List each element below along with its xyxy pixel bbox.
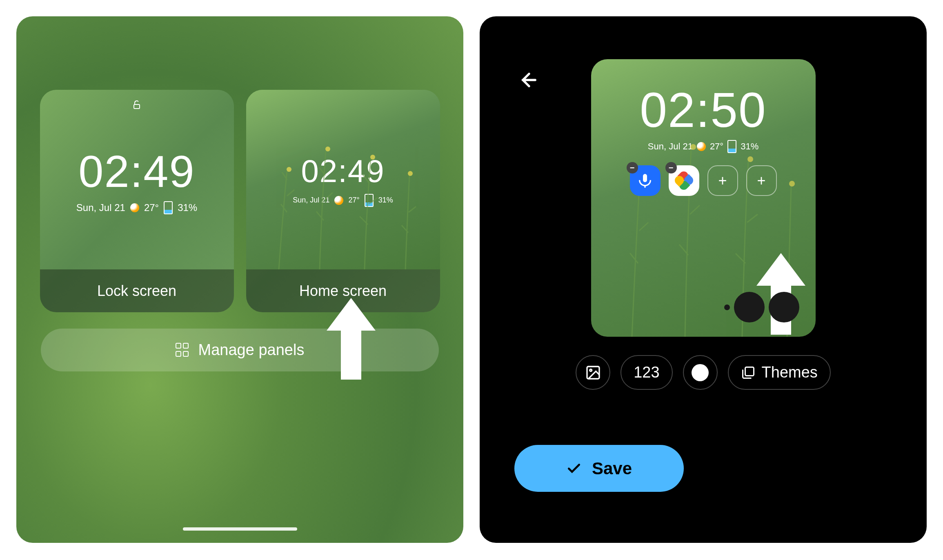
app-shortcut-recorder[interactable]: − [630,165,661,196]
lock-screen-preview: 02:49 Sun, Jul 21 27° 31% [40,90,234,269]
svg-point-1 [287,167,291,172]
svg-rect-11 [745,367,754,376]
svg-point-2 [325,147,330,151]
screen-cards-row: 02:49 Sun, Jul 21 27° 31% Lock screen [40,90,440,312]
weather-icon [334,196,343,205]
svg-point-6 [690,144,696,150]
weather-icon [130,203,139,212]
themes-label: Themes [762,364,818,381]
add-shortcut-slot[interactable]: + [707,165,738,196]
home-screen-editor-preview: 02:50 Sun, Jul 21 27° 31% − − + [591,59,816,337]
color-swatch-icon [692,364,709,381]
svg-point-10 [589,369,592,371]
manage-panels-label: Manage panels [198,341,305,359]
lock-battery: 31% [178,202,197,213]
color-button[interactable] [683,355,718,390]
customize-screen: 02:50 Sun, Jul 21 27° 31% − − + [480,16,927,543]
remove-icon[interactable]: − [627,162,638,173]
page-indicator[interactable] [724,292,799,322]
svg-rect-0 [134,104,140,109]
editor-toolbar: 123 Themes [576,355,831,390]
panels-icon [176,343,190,358]
svg-point-7 [747,156,753,162]
weather-icon [697,142,706,151]
lock-temp: 27° [144,202,159,213]
themes-button[interactable]: Themes [728,355,831,390]
app-shortcut-google-photos[interactable]: − [669,165,699,196]
clock-style-label: 123 [634,364,659,381]
page-dot [724,304,730,310]
page-dot [769,292,799,322]
plant-illustration [246,90,440,269]
lock-screen-card[interactable]: 02:49 Sun, Jul 21 27° 31% Lock screen [40,90,234,312]
lock-info-line: Sun, Jul 21 27° 31% [76,201,197,214]
page-dot [734,292,765,322]
lock-date: Sun, Jul 21 [76,202,125,213]
home-screen-card[interactable]: 02:49 Sun, Jul 21 27° 31% Home screen [246,90,440,312]
add-shortcut-slot[interactable]: + [746,165,777,196]
svg-point-3 [370,155,375,160]
lock-screen-label: Lock screen [40,269,234,312]
manage-panels-button[interactable]: Manage panels [41,329,439,371]
save-label: Save [592,459,632,478]
check-icon [566,461,582,476]
svg-point-8 [789,181,795,187]
battery-icon [164,201,173,214]
wallpaper-selection-screen: 02:49 Sun, Jul 21 27° 31% Lock screen [16,16,463,543]
home-indicator[interactable] [183,527,297,531]
lock-clock: 02:49 [78,145,195,197]
pointer-arrow [327,298,376,380]
svg-point-4 [408,171,413,176]
themes-icon [741,365,756,380]
save-button[interactable]: Save [514,445,684,492]
wallpaper-button[interactable] [576,355,610,390]
back-button[interactable] [518,69,540,96]
clock-style-button[interactable]: 123 [621,355,672,390]
home-screen-preview: 02:49 Sun, Jul 21 27° 31% [246,90,440,269]
unlock-icon [132,100,142,112]
google-photos-icon [675,171,693,190]
